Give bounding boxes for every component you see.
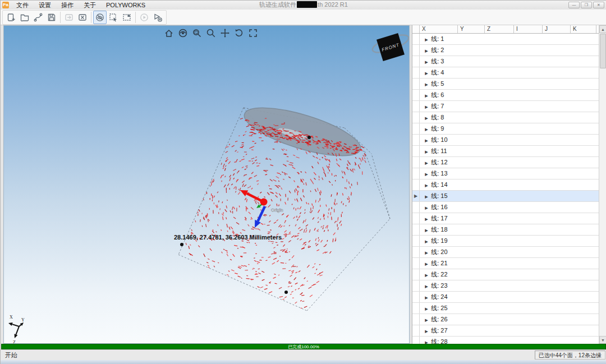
menu-about[interactable]: 关于 bbox=[79, 1, 101, 10]
row-label[interactable]: ▶线: 25 bbox=[420, 303, 448, 314]
zoom-region-button[interactable] bbox=[191, 27, 203, 39]
expand-icon[interactable]: ▶ bbox=[425, 136, 428, 145]
row-label[interactable]: ▶线: 14 bbox=[420, 179, 448, 190]
table-row[interactable]: ▶线: 13 bbox=[412, 168, 599, 179]
table-row[interactable]: ▶线: 22 bbox=[412, 269, 599, 280]
maximize-button[interactable]: ❐ bbox=[581, 2, 592, 8]
column-header-y[interactable]: Y bbox=[458, 25, 485, 33]
row-label[interactable]: ▶线: 10 bbox=[420, 135, 448, 145]
table-row[interactable]: ▶线: 6 bbox=[412, 90, 599, 101]
table-row[interactable]: ▶线: 19 bbox=[412, 236, 599, 247]
open-folder-button[interactable] bbox=[18, 11, 31, 24]
rotate-button[interactable] bbox=[233, 27, 245, 39]
expand-icon[interactable]: ▶ bbox=[425, 203, 428, 213]
row-label[interactable]: ▶线: 28 bbox=[420, 337, 448, 344]
row-label[interactable]: ▶线: 18 bbox=[420, 224, 448, 235]
expand-icon[interactable]: ▶ bbox=[425, 57, 428, 67]
scroll-up-icon[interactable]: ▲ bbox=[599, 25, 606, 33]
viewport-canvas[interactable]: FRONTOrigin28.1469, 27.4781, 36.2603 Mil… bbox=[4, 26, 410, 343]
row-label[interactable]: ▶线: 27 bbox=[420, 325, 448, 336]
row-label[interactable]: ▶线: 7 bbox=[420, 101, 444, 112]
table-row[interactable]: ▶线: 28 bbox=[412, 337, 599, 344]
table-row[interactable]: ▶线: 26 bbox=[412, 314, 599, 325]
table-row[interactable]: ▶线: 16 bbox=[412, 202, 599, 213]
expand-icon[interactable]: ▶ bbox=[425, 147, 428, 156]
row-label[interactable]: ▶线: 2 bbox=[420, 45, 444, 56]
close-button[interactable]: ✕ bbox=[593, 2, 604, 8]
expand-icon[interactable]: ▶ bbox=[425, 237, 428, 246]
expand-icon[interactable]: ▶ bbox=[425, 102, 428, 112]
row-label[interactable]: ▶线: 17 bbox=[420, 213, 448, 224]
row-label[interactable]: ▶线: 9 bbox=[420, 123, 444, 134]
table-row[interactable]: ▶线: 12 bbox=[412, 157, 599, 168]
row-label[interactable]: ▶线: 21 bbox=[420, 258, 448, 269]
table-row[interactable]: ▶线: 18 bbox=[412, 224, 599, 236]
expand-icon[interactable]: ▶ bbox=[425, 282, 428, 291]
column-header-k[interactable]: K bbox=[571, 25, 596, 33]
row-label[interactable]: ▶线: 5 bbox=[420, 79, 444, 89]
expand-icon[interactable]: ▶ bbox=[425, 125, 428, 134]
new-file-button[interactable] bbox=[4, 11, 18, 24]
column-header-j[interactable]: J bbox=[543, 25, 571, 33]
visibility-button[interactable] bbox=[93, 11, 107, 24]
table-row[interactable]: ▶线: 24 bbox=[412, 292, 599, 303]
row-label[interactable]: ▶线: 16 bbox=[420, 202, 448, 213]
row-label[interactable]: ▶线: 6 bbox=[420, 90, 444, 100]
expand-icon[interactable]: ▶ bbox=[425, 248, 428, 257]
expand-icon[interactable]: ▶ bbox=[425, 259, 428, 269]
expand-icon[interactable]: ▶ bbox=[425, 225, 428, 235]
table-row[interactable]: ▶▶线: 15 bbox=[412, 191, 599, 202]
row-label[interactable]: ▶线: 23 bbox=[420, 280, 448, 291]
expand-icon[interactable]: ▶ bbox=[425, 270, 428, 280]
table-row[interactable]: ▶线: 3 bbox=[412, 56, 599, 67]
minimize-button[interactable]: — bbox=[568, 2, 580, 8]
row-label[interactable]: ▶线: 3 bbox=[420, 56, 444, 67]
expand-icon[interactable]: ▶ bbox=[425, 181, 428, 190]
table-row[interactable]: ▶线: 7 bbox=[412, 101, 599, 112]
add-run-button[interactable] bbox=[151, 11, 164, 24]
menu-file[interactable]: 文件 bbox=[11, 1, 34, 10]
expand-icon[interactable]: ▶ bbox=[425, 91, 428, 100]
menu-operations[interactable]: 操作 bbox=[56, 1, 79, 10]
expand-icon[interactable]: ▶ bbox=[425, 338, 428, 344]
table-row[interactable]: ▶线: 4 bbox=[412, 67, 599, 79]
table-row[interactable]: ▶线: 17 bbox=[412, 213, 599, 224]
row-label[interactable]: ▶线: 11 bbox=[420, 146, 447, 156]
expand-icon[interactable]: ▶ bbox=[425, 35, 428, 44]
expand-icon[interactable]: ▶ bbox=[425, 80, 428, 89]
save-button[interactable] bbox=[45, 11, 58, 24]
table-row[interactable]: ▶线: 20 bbox=[412, 247, 599, 258]
row-label[interactable]: ▶线: 13 bbox=[420, 168, 448, 179]
expand-icon[interactable]: ▶ bbox=[425, 293, 428, 302]
menu-settings[interactable]: 设置 bbox=[34, 1, 56, 10]
vertical-scrollbar[interactable]: ▲ ▼ bbox=[599, 25, 606, 344]
select-area-button[interactable] bbox=[120, 11, 134, 24]
viewport-3d[interactable]: FRONTOrigin28.1469, 27.4781, 36.2603 Mil… bbox=[3, 25, 410, 344]
delete-button[interactable] bbox=[76, 11, 89, 24]
table-row[interactable]: ▶线: 11 bbox=[412, 146, 599, 157]
menu-polyworks[interactable]: POLYWORKS bbox=[101, 1, 150, 10]
expand-icon[interactable]: ▶ bbox=[425, 158, 428, 168]
table-row[interactable]: ▶线: 27 bbox=[412, 325, 599, 337]
table-row[interactable]: ▶线: 2 bbox=[412, 45, 599, 56]
row-label[interactable]: ▶线: 19 bbox=[420, 236, 448, 246]
expand-icon[interactable]: ▶ bbox=[425, 315, 428, 325]
view-button[interactable] bbox=[177, 27, 189, 39]
row-label[interactable]: ▶线: 12 bbox=[420, 157, 448, 168]
table-row[interactable]: ▶线: 9 bbox=[412, 123, 599, 135]
pan-button[interactable] bbox=[219, 27, 231, 39]
row-label[interactable]: ▶线: 20 bbox=[420, 247, 448, 257]
table-row[interactable]: ▶线: 5 bbox=[412, 79, 599, 90]
row-label[interactable]: ▶线: 26 bbox=[420, 314, 448, 325]
column-header-i[interactable]: I bbox=[514, 25, 543, 33]
expand-icon[interactable]: ▶ bbox=[425, 113, 428, 123]
table-row[interactable]: ▶线: 25 bbox=[412, 303, 599, 314]
expand-icon[interactable]: ▶ bbox=[425, 169, 428, 179]
zoom-button[interactable] bbox=[205, 27, 217, 39]
home-button[interactable] bbox=[163, 27, 175, 39]
row-label[interactable]: ▶线: 1 bbox=[420, 34, 444, 44]
scrollbar-thumb[interactable] bbox=[600, 34, 606, 68]
expand-icon[interactable]: ▶ bbox=[425, 192, 428, 201]
row-label[interactable]: ▶线: 4 bbox=[420, 67, 444, 78]
table-row[interactable]: ▶线: 14 bbox=[412, 179, 599, 191]
